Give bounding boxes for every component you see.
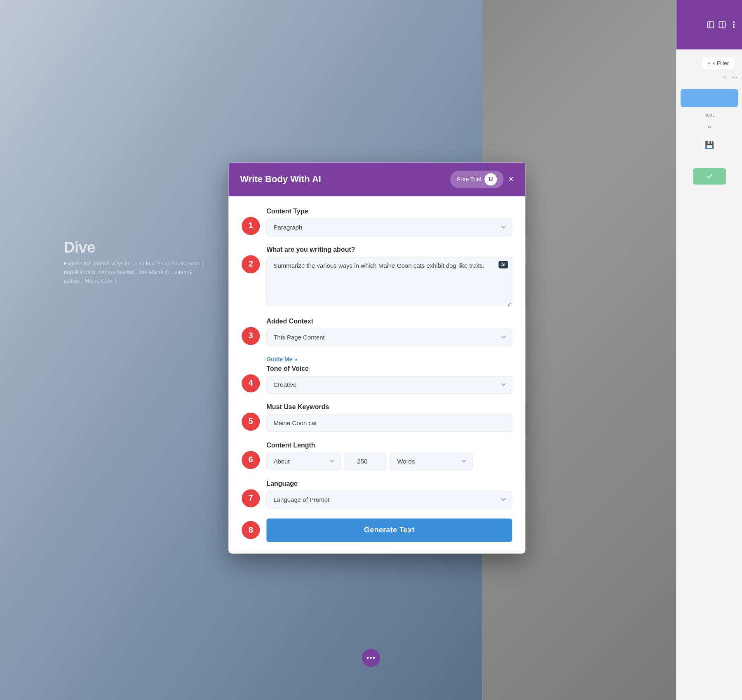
dots-label: ••• xyxy=(366,654,376,663)
content-length-field: Content Length About Exactly At Least At… xyxy=(266,442,512,470)
language-select[interactable]: Language of Prompt English Spanish Frenc… xyxy=(266,491,512,508)
check-icon xyxy=(706,173,713,180)
modal-title: Write Body With AI xyxy=(240,174,321,185)
step-1-badge: 1 xyxy=(242,217,260,235)
svg-rect-0 xyxy=(708,22,714,28)
step-4-section: 4 Tone of Voice Creative Professional Ca… xyxy=(242,365,512,393)
added-context-label: Added Context xyxy=(266,318,512,325)
step-2-section: 2 What are you writing about? Summarize … xyxy=(242,246,512,308)
text-label: Text xyxy=(681,112,738,118)
tone-select[interactable]: Creative Professional Casual Formal Frie… xyxy=(266,376,512,393)
sidebar-icons: ❝ 💾 xyxy=(681,122,738,152)
free-trial-badge: Free Trial U xyxy=(450,171,503,188)
step-7-badge: 7 xyxy=(242,489,260,507)
step-4-badge: 4 xyxy=(242,374,260,392)
keywords-input[interactable] xyxy=(266,414,512,432)
editor-sidebar: + + Filter Text ❝ 💾 xyxy=(676,0,742,700)
generate-label: Generate Text xyxy=(364,526,415,534)
background-dive-text: Dive xyxy=(64,239,95,256)
svg-point-7 xyxy=(732,77,733,78)
textarea-wrapper: Summarize the various ways in which Main… xyxy=(266,257,512,308)
modal-header: Write Body With AI Free Trial U × xyxy=(228,162,525,196)
content-length-label: Content Length xyxy=(266,442,512,449)
content-type-select[interactable]: Paragraph List FAQ Introduction Conclusi… xyxy=(266,218,512,236)
generate-button[interactable]: Generate Text xyxy=(266,518,512,542)
svg-point-5 xyxy=(733,24,735,26)
ai-modal: Write Body With AI Free Trial U × 1 Cont… xyxy=(228,162,525,553)
filter-icon: + xyxy=(707,60,711,66)
step-5-section: 5 Must Use Keywords xyxy=(242,403,512,432)
ai-badge: AI xyxy=(498,261,508,268)
background-body-text: Explore the various ways in which Maine … xyxy=(64,260,208,285)
svg-point-6 xyxy=(733,27,735,28)
chevron-up-icon xyxy=(721,74,728,81)
language-field: Language Language of Prompt English Span… xyxy=(266,480,512,508)
sidebar-columns-icon xyxy=(718,21,726,29)
step-6-section: 6 Content Length About Exactly At Least … xyxy=(242,442,512,470)
generate-section: 8 Generate Text xyxy=(242,518,512,542)
content-type-label: Content Type xyxy=(266,208,512,215)
guide-me-arrow: ▲ xyxy=(294,357,298,361)
filter-button[interactable]: + + Filter xyxy=(702,58,734,69)
keywords-label: Must Use Keywords xyxy=(266,403,512,411)
step-8-badge: 8 xyxy=(242,521,260,539)
tone-field: Tone of Voice Creative Professional Casu… xyxy=(266,365,512,393)
step-5-badge: 5 xyxy=(242,412,260,431)
svg-point-9 xyxy=(736,77,737,78)
content-length-row: About Exactly At Least At Most Words Sen… xyxy=(266,452,512,470)
content-type-field: Content Type Paragraph List FAQ Introduc… xyxy=(266,208,512,236)
step-6-badge: 6 xyxy=(242,451,260,469)
tone-label: Tone of Voice xyxy=(266,365,512,372)
free-trial-label: Free Trial xyxy=(457,176,481,183)
modal-body: 1 Content Type Paragraph List FAQ Introd… xyxy=(228,196,525,553)
step-7-section: 7 Language Language of Prompt English Sp… xyxy=(242,480,512,508)
filter-label: + Filter xyxy=(712,60,729,66)
writing-about-label: What are you writing about? xyxy=(266,246,512,253)
close-button[interactable]: × xyxy=(509,175,514,184)
added-context-field: Added Context This Page Content None Cus… xyxy=(266,318,512,346)
floating-dots-button[interactable]: ••• xyxy=(362,649,380,667)
active-block xyxy=(681,89,738,107)
added-context-select[interactable]: This Page Content None Custom xyxy=(266,328,512,346)
words-select[interactable]: Words Sentences Paragraphs xyxy=(390,452,472,470)
about-select[interactable]: About Exactly At Least At Most xyxy=(266,452,340,470)
sidebar-content: Text ❝ 💾 xyxy=(676,66,742,193)
confirm-button[interactable] xyxy=(693,168,726,185)
step-1-section: 1 Content Type Paragraph List FAQ Introd… xyxy=(242,208,512,236)
step-2-badge: 2 xyxy=(242,255,260,273)
svg-point-8 xyxy=(734,77,735,78)
sidebar-top-bar xyxy=(676,0,742,49)
guide-me-link[interactable]: Guide Me ▲ xyxy=(266,356,512,363)
length-number-input[interactable] xyxy=(345,452,386,470)
sidebar-layout-icon xyxy=(707,21,715,29)
step-3-badge: 3 xyxy=(242,327,260,345)
svg-point-4 xyxy=(733,22,735,23)
save-icon: 💾 xyxy=(703,138,716,152)
language-label: Language xyxy=(266,480,512,487)
sidebar-more-icon xyxy=(730,21,738,29)
guide-me-label: Guide Me xyxy=(266,356,292,363)
step-3-section: 3 Added Context This Page Content None C… xyxy=(242,318,512,346)
writing-about-textarea[interactable]: Summarize the various ways in which Main… xyxy=(266,257,512,306)
avatar: U xyxy=(485,173,497,185)
more-options-icon xyxy=(731,74,738,81)
keywords-field: Must Use Keywords xyxy=(266,403,512,432)
header-right: Free Trial U × xyxy=(450,171,514,188)
writing-about-field: What are you writing about? Summarize th… xyxy=(266,246,512,308)
quote-icon: ❝ xyxy=(703,122,716,135)
